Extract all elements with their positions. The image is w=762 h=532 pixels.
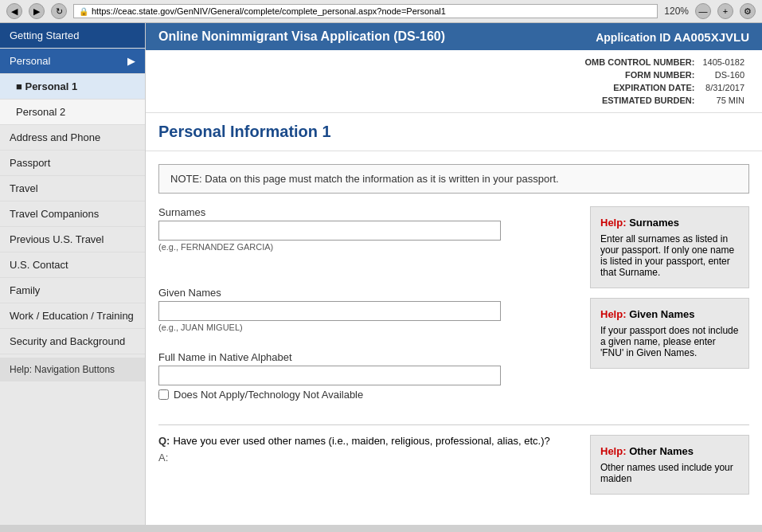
sidebar-label-personal: Personal: [10, 55, 50, 67]
help-other-names-keyword: Other Names: [629, 445, 694, 457]
help-panels: Help: Surnames Enter all surnames as lis…: [590, 206, 749, 412]
address-bar[interactable]: 🔒 https://ceac.state.gov/GenNIV/General/…: [73, 4, 658, 18]
question-row: Q: Have you ever used other names (i.e.,…: [158, 435, 577, 447]
sidebar-item-address-phone[interactable]: Address and Phone: [0, 125, 145, 151]
surnames-label: Surnames: [158, 206, 577, 218]
form-number-value: DS-160: [699, 69, 748, 80]
sidebar-label-getting-started: Getting Started: [10, 29, 79, 41]
meta-table: OMB CONTROL NUMBER: 1405-0182 FORM NUMBE…: [580, 55, 749, 108]
sidebar-item-travel-companions[interactable]: Travel Companions: [0, 201, 145, 227]
expiry-label: EXPIRATION DATE:: [581, 82, 698, 93]
surnames-hint: (e.g., FERNANDEZ GARCIA): [158, 242, 577, 252]
main-content: Online Nonimmigrant Visa Application (DS…: [146, 23, 762, 525]
sidebar-label-address-phone: Address and Phone: [10, 131, 100, 143]
browser-bar: ◀ ▶ ↻ 🔒 https://ceac.state.gov/GenNIV/Ge…: [0, 0, 762, 23]
minimize-button[interactable]: —: [695, 3, 711, 19]
back-button[interactable]: ◀: [6, 3, 22, 19]
omb-label: OMB CONTROL NUMBER:: [581, 57, 698, 68]
nav-help-text: Help: Navigation Buttons: [10, 364, 115, 375]
sidebar-item-personal1[interactable]: ■ Personal 1: [0, 74, 145, 100]
sidebar-item-personal2[interactable]: Personal 2: [0, 100, 145, 125]
help-given-names-title: Help: Given Names: [600, 308, 739, 320]
full-name-label: Full Name in Native Alphabet: [158, 351, 577, 363]
question-section: Q: Have you ever used other names (i.e.,…: [158, 435, 749, 495]
nav-help-label: Help: Navigation Buttons: [0, 358, 145, 381]
answer-indicator: A:: [158, 452, 168, 464]
help-other-names-title: Help: Other Names: [600, 445, 739, 457]
app-id-label: Application ID: [596, 31, 670, 44]
question-text: Have you ever used other names (i.e., ma…: [173, 435, 549, 447]
app-title: Online Nonimmigrant Visa Application (DS…: [158, 29, 445, 44]
form-number-label: FORM NUMBER:: [581, 69, 698, 80]
given-names-input[interactable]: [158, 301, 501, 321]
surnames-group: Surnames (e.g., FERNANDEZ GARCIA): [158, 206, 577, 252]
surnames-section: Surnames (e.g., FERNANDEZ GARCIA) Given …: [158, 206, 749, 412]
note-text: NOTE: Data on this page must match the i…: [170, 173, 559, 185]
sidebar-item-work-education[interactable]: Work / Education / Training: [0, 303, 145, 329]
settings-button[interactable]: ⚙: [740, 3, 756, 19]
sidebar-label-family: Family: [10, 284, 40, 296]
refresh-button[interactable]: ↻: [51, 3, 67, 19]
given-names-hint: (e.g., JUAN MIGUEL): [158, 323, 577, 332]
does-not-apply-row: Does Not Apply/Technology Not Available: [158, 389, 577, 401]
sidebar-item-previous-us-travel[interactable]: Previous U.S. Travel: [0, 227, 145, 252]
maximize-button[interactable]: +: [717, 3, 733, 19]
help-panel-surnames: Help: Surnames Enter all surnames as lis…: [590, 206, 749, 288]
sidebar-item-getting-started[interactable]: Getting Started: [0, 23, 145, 49]
help-given-names-text: If your passport does not include a give…: [600, 325, 739, 358]
sidebar-item-family[interactable]: Family: [0, 278, 145, 303]
help-surnames-text: Enter all surnames as listed in your pas…: [600, 233, 739, 278]
answer-placeholder: A:: [158, 452, 577, 464]
sidebar-label-travel: Travel: [10, 182, 38, 194]
form-area: NOTE: Data on this page must match the i…: [146, 151, 762, 507]
app-id-value: AA005XJVLU: [674, 30, 749, 44]
sidebar-item-us-contact[interactable]: U.S. Contact: [0, 252, 145, 278]
sidebar-item-security-background[interactable]: Security and Background: [0, 329, 145, 354]
help-panel-other-names: Help: Other Names Other names used inclu…: [590, 435, 749, 495]
help-keyword-given-names: Help:: [600, 308, 629, 320]
help-given-names-keyword: Given Names: [629, 308, 694, 320]
page-title: Personal Information 1: [146, 113, 762, 151]
note-box: NOTE: Data on this page must match the i…: [158, 164, 749, 194]
full-name-group: Full Name in Native Alphabet Does Not Ap…: [158, 351, 577, 401]
help-surnames-keyword: Surnames: [629, 217, 679, 229]
section-divider: [158, 424, 749, 425]
surnames-input[interactable]: [158, 221, 501, 241]
sidebar-label-personal2: Personal 2: [16, 106, 65, 118]
app-header: Online Nonimmigrant Visa Application (DS…: [146, 23, 762, 50]
zoom-level: 120%: [664, 6, 689, 17]
given-names-label: Given Names: [158, 287, 577, 299]
sidebar-label-passport: Passport: [10, 157, 50, 169]
does-not-apply-label: Does Not Apply/Technology Not Available: [174, 389, 363, 401]
burden-label: ESTIMATED BURDEN:: [581, 95, 698, 106]
q-label: Q:: [158, 435, 170, 447]
lock-icon: 🔒: [79, 7, 88, 16]
full-name-input[interactable]: [158, 366, 501, 385]
does-not-apply-checkbox[interactable]: [158, 389, 169, 400]
sidebar-bullet-personal1: ■: [16, 80, 25, 92]
sidebar-label-personal1: Personal 1: [25, 80, 77, 92]
omb-value: 1405-0182: [699, 57, 748, 68]
help-keyword-surnames: Help:: [600, 217, 629, 229]
given-names-group: Given Names (e.g., JUAN MIGUEL): [158, 287, 577, 332]
forward-button[interactable]: ▶: [29, 3, 45, 19]
help-keyword-other-names: Help:: [600, 445, 629, 457]
sidebar-item-passport[interactable]: Passport: [0, 151, 145, 176]
sidebar: Getting Started Personal ▶ ■ Personal 1 …: [0, 23, 146, 525]
sidebar-label-us-contact: U.S. Contact: [10, 259, 68, 271]
url-text: https://ceac.state.gov/GenNIV/General/co…: [92, 6, 446, 16]
app-id: Application ID AA005XJVLU: [596, 30, 749, 44]
expiry-value: 8/31/2017: [699, 82, 748, 93]
surnames-fields: Surnames (e.g., FERNANDEZ GARCIA) Given …: [158, 206, 590, 412]
sidebar-label-work-education: Work / Education / Training: [10, 310, 134, 322]
form-meta: OMB CONTROL NUMBER: 1405-0182 FORM NUMBE…: [146, 50, 762, 113]
sidebar-item-travel[interactable]: Travel: [0, 176, 145, 201]
question-content: Q: Have you ever used other names (i.e.,…: [158, 435, 590, 495]
sidebar-label-previous-us-travel: Previous U.S. Travel: [10, 233, 104, 245]
help-other-names-text: Other names used include your maiden: [600, 462, 739, 484]
help-panel-given-names: Help: Given Names If your passport does …: [590, 298, 749, 369]
burden-value: 75 MIN: [699, 95, 748, 106]
sidebar-label-security-background: Security and Background: [10, 335, 125, 347]
sidebar-item-personal[interactable]: Personal ▶: [0, 49, 145, 74]
help-surnames-title: Help: Surnames: [600, 217, 739, 229]
